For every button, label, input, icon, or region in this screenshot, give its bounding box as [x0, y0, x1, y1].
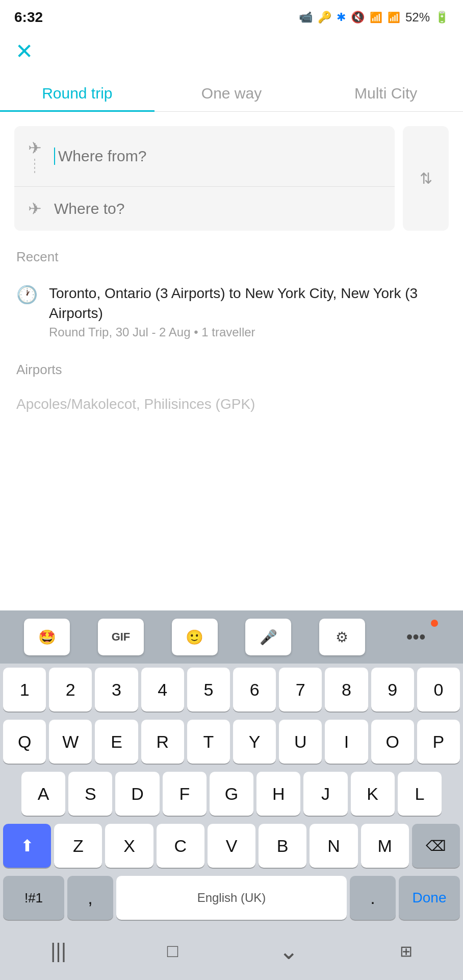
- connector-line: [34, 159, 35, 174]
- nav-bar: ||| □ ⌄ ⊞: [0, 924, 463, 980]
- recent-item-sub: Round Trip, 30 Jul - 2 Aug • 1 traveller: [49, 325, 447, 339]
- to-icon-area: ✈: [25, 199, 44, 218]
- camera-icon: 📹: [299, 11, 313, 24]
- keyboard-toolbar: 🤩 GIF 🙂 🎤 ⚙ •••: [0, 610, 463, 664]
- swap-icon: ⇅: [420, 169, 432, 187]
- asdf-row: A S D F G H J K L: [0, 768, 463, 820]
- tab-round-trip[interactable]: Round trip: [0, 72, 155, 111]
- key-j[interactable]: J: [303, 772, 347, 816]
- to-field[interactable]: ✈: [14, 187, 395, 231]
- key-e[interactable]: E: [95, 720, 138, 764]
- close-bar: ✕: [0, 31, 463, 67]
- settings-toolbar-btn[interactable]: ⚙: [319, 619, 365, 655]
- shift-key[interactable]: ⬆: [3, 824, 51, 868]
- where-from-input[interactable]: [54, 148, 383, 165]
- key-7[interactable]: 7: [279, 668, 322, 712]
- key-g[interactable]: G: [210, 772, 253, 816]
- key-l[interactable]: L: [398, 772, 442, 816]
- status-bar: 6:32 📹 🔑 ✱ 🔇 📶 📶 52% 🔋: [0, 0, 463, 31]
- from-icon-area: ✈: [25, 138, 44, 174]
- done-key[interactable]: Done: [399, 876, 460, 920]
- home-nav-button[interactable]: □: [152, 935, 194, 967]
- sticker-icon: 🙂: [186, 629, 203, 646]
- number-row: 1 2 3 4 5 6 7 8 9 0: [0, 664, 463, 716]
- recent-section: Recent 🕐 Toronto, Ontario (3 Airports) t…: [0, 231, 463, 350]
- more-toolbar-btn[interactable]: •••: [393, 619, 439, 655]
- key-2[interactable]: 2: [49, 668, 92, 712]
- key-t[interactable]: T: [187, 720, 230, 764]
- key-4[interactable]: 4: [141, 668, 184, 712]
- search-section: ✈ ✈ ⇅: [0, 112, 463, 231]
- key-d[interactable]: D: [115, 772, 159, 816]
- sticker-toolbar-btn[interactable]: 🙂: [172, 619, 218, 655]
- space-key[interactable]: English (UK): [116, 876, 347, 920]
- key-i[interactable]: I: [325, 720, 368, 764]
- key-r[interactable]: R: [141, 720, 184, 764]
- wifi-icon: 📶: [370, 11, 382, 23]
- key-9[interactable]: 9: [371, 668, 414, 712]
- battery-icon: 🔋: [435, 11, 449, 24]
- key-u[interactable]: U: [279, 720, 322, 764]
- key-5[interactable]: 5: [187, 668, 230, 712]
- where-to-input[interactable]: [54, 200, 383, 217]
- signal-icon: 📶: [388, 11, 400, 23]
- list-item[interactable]: 🕐 Toronto, Ontario (3 Airports) to New Y…: [0, 273, 463, 350]
- tab-multi-city[interactable]: Multi City: [308, 72, 463, 111]
- airports-label: Airports: [0, 350, 463, 386]
- airport-partial-item[interactable]: Apcoles/Makolecot, Philisinces (GPK): [0, 386, 463, 423]
- key-v[interactable]: V: [208, 824, 255, 868]
- down-nav-button[interactable]: ⌄: [264, 932, 314, 970]
- status-icons: 📹 🔑 ✱ 🔇 📶 📶 52% 🔋: [299, 10, 449, 24]
- special-key[interactable]: !#1: [3, 876, 64, 920]
- key-h[interactable]: H: [256, 772, 300, 816]
- key-y[interactable]: Y: [233, 720, 276, 764]
- recent-label: Recent: [0, 231, 463, 273]
- status-time: 6:32: [14, 9, 43, 26]
- mic-toolbar-btn[interactable]: 🎤: [245, 619, 291, 655]
- zxcv-row: ⬆ Z X C V B N M ⌫: [0, 820, 463, 872]
- search-fields: ✈ ✈: [14, 126, 395, 231]
- battery-percent: 52%: [405, 10, 430, 24]
- emoji-toolbar-btn[interactable]: 🤩: [24, 619, 70, 655]
- dots-label: •••: [406, 626, 426, 648]
- mic-icon: 🎤: [260, 629, 277, 646]
- back-nav-button[interactable]: |||: [35, 935, 82, 968]
- key-c[interactable]: C: [157, 824, 204, 868]
- key-1[interactable]: 1: [3, 668, 46, 712]
- gear-icon: ⚙: [336, 629, 348, 646]
- key-s[interactable]: S: [68, 772, 112, 816]
- arrival-icon: ✈: [28, 199, 42, 218]
- close-button[interactable]: ✕: [15, 41, 33, 62]
- emoji-icon: 🤩: [38, 629, 56, 646]
- backspace-key[interactable]: ⌫: [412, 824, 460, 868]
- qwerty-row: Q W E R T Y U I O P: [0, 716, 463, 768]
- key-x[interactable]: X: [105, 824, 153, 868]
- key-0[interactable]: 0: [417, 668, 460, 712]
- key-3[interactable]: 3: [95, 668, 138, 712]
- key-o[interactable]: O: [371, 720, 414, 764]
- gif-label: GIF: [112, 630, 131, 644]
- key-f[interactable]: F: [163, 772, 207, 816]
- period-key[interactable]: .: [350, 876, 396, 920]
- bottom-row: !#1 , English (UK) . Done: [0, 872, 463, 924]
- key-b[interactable]: B: [259, 824, 306, 868]
- key-m[interactable]: M: [361, 824, 409, 868]
- tab-one-way[interactable]: One way: [155, 72, 309, 111]
- key-8[interactable]: 8: [325, 668, 368, 712]
- key-w[interactable]: W: [49, 720, 92, 764]
- grid-nav-button[interactable]: ⊞: [384, 937, 428, 965]
- gif-toolbar-btn[interactable]: GIF: [98, 619, 144, 655]
- key-p[interactable]: P: [417, 720, 460, 764]
- key-a[interactable]: A: [21, 772, 65, 816]
- swap-button[interactable]: ⇅: [403, 126, 449, 231]
- key-n[interactable]: N: [310, 824, 357, 868]
- comma-key[interactable]: ,: [67, 876, 113, 920]
- from-field[interactable]: ✈: [14, 126, 395, 187]
- key-6[interactable]: 6: [233, 668, 276, 712]
- key-q[interactable]: Q: [3, 720, 46, 764]
- clock-icon: 🕐: [16, 284, 38, 305]
- bluetooth-icon: ✱: [337, 11, 346, 24]
- airports-section: Airports Apcoles/Makolecot, Philisinces …: [0, 350, 463, 423]
- key-z[interactable]: Z: [54, 824, 102, 868]
- key-k[interactable]: K: [351, 772, 395, 816]
